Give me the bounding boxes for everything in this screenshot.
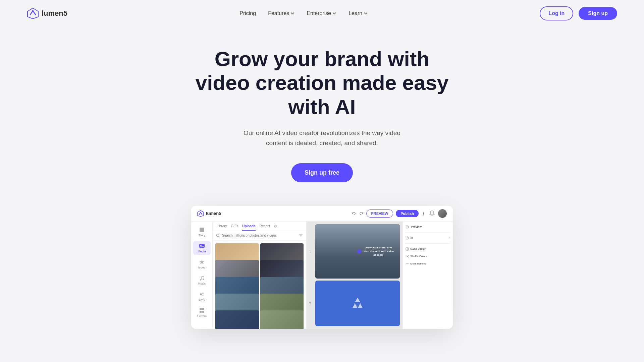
canvas-slide-1-text: Grow your brand and drive demand with vi… <box>362 246 395 257</box>
app-screenshot: lumen5 PREVIEW Publish <box>191 206 453 329</box>
svg-rect-16 <box>202 308 204 310</box>
app-sidebar: Story Media Icons <box>191 222 213 329</box>
more-options-icon[interactable] <box>421 211 426 216</box>
nav-links: Pricing Features Enterprise Learn <box>239 10 368 16</box>
svg-point-12 <box>200 293 202 295</box>
app-preview-button[interactable]: PREVIEW <box>366 209 393 218</box>
sidebar-item-format[interactable]: Format <box>193 305 211 319</box>
logo-icon <box>27 7 39 19</box>
svg-point-13 <box>202 293 204 294</box>
canvas-wrapper: 00:15 1 Grow your brand and drive demand… <box>307 222 402 329</box>
svg-rect-15 <box>200 308 202 310</box>
undo-icon[interactable] <box>352 211 356 216</box>
svg-point-5 <box>423 213 424 214</box>
media-panel: Library GIFs Uploads Recent ⚙ <box>213 222 307 329</box>
nav-actions: Log in Sign up <box>540 6 617 20</box>
clock-icon <box>406 236 409 240</box>
style-icon <box>199 291 205 297</box>
sidebar-format-label: Format <box>197 314 207 317</box>
nav-learn[interactable]: Learn <box>348 10 368 16</box>
sidebar-item-media[interactable]: Media <box>193 241 211 255</box>
nav-features[interactable]: Features <box>268 10 294 16</box>
media-search-bar <box>213 231 306 241</box>
slide-number-1: 1 <box>309 250 311 253</box>
right-panel: Preview 3s + <box>402 222 453 329</box>
media-item[interactable] <box>260 310 304 328</box>
svg-rect-8 <box>199 244 205 248</box>
hero-title: Grow your brand with video creation made… <box>195 47 449 119</box>
tab-gifs[interactable]: GIFs <box>231 224 238 231</box>
notification-icon[interactable] <box>429 210 435 217</box>
right-panel-shuffle-item[interactable]: Shuffle Colors <box>406 254 450 259</box>
media-search-input[interactable] <box>222 234 297 237</box>
logo-text: lumen5 <box>42 9 67 18</box>
sidebar-icons-label: Icons <box>198 266 206 269</box>
hero-subtitle: Our online AI video creator revolutioniz… <box>235 128 409 148</box>
media-tabs: Library GIFs Uploads Recent ⚙ <box>213 222 306 231</box>
tab-library[interactable]: Library <box>217 224 227 231</box>
svg-point-3 <box>200 212 201 212</box>
nav-pricing[interactable]: Pricing <box>239 10 256 16</box>
tab-recent[interactable]: Recent <box>260 224 270 231</box>
svg-point-11 <box>203 279 204 280</box>
svg-rect-17 <box>200 311 202 313</box>
app-body: Story Media Icons <box>191 222 453 329</box>
svg-marker-2 <box>198 210 204 217</box>
chevron-down-icon <box>290 11 294 15</box>
search-icon <box>216 234 220 238</box>
app-publish-button[interactable]: Publish <box>396 210 419 217</box>
canvas-dot <box>357 249 361 253</box>
canvas-slide-2[interactable] <box>315 281 400 326</box>
svg-point-6 <box>423 214 424 215</box>
filter-icon[interactable] <box>299 234 303 238</box>
tab-settings-icon[interactable]: ⚙ <box>274 224 277 231</box>
redo-icon[interactable] <box>359 211 364 216</box>
svg-point-10 <box>200 279 201 281</box>
sidebar-style-label: Style <box>198 298 205 301</box>
svg-point-19 <box>217 234 219 236</box>
right-panel-timer-section: 3s + <box>406 235 450 241</box>
signup-button[interactable]: Sign up <box>579 7 617 20</box>
sidebar-item-icons[interactable]: Icons <box>193 257 211 271</box>
canvas-slide-1[interactable]: Grow your brand and drive demand with vi… <box>315 224 400 279</box>
right-panel-more-item[interactable]: More options <box>406 261 450 266</box>
slide-row-1: 1 Grow your brand and drive demand with … <box>315 224 400 279</box>
media-item[interactable] <box>215 310 259 328</box>
slide-number-2: 2 <box>309 302 311 305</box>
right-panel-preview-section: Preview <box>406 224 450 230</box>
right-panel-preview-item[interactable]: Preview <box>406 224 450 230</box>
sidebar-item-music[interactable]: Music <box>193 273 211 287</box>
chevron-down-icon <box>332 11 336 15</box>
app-user-avatar[interactable] <box>438 209 447 218</box>
logo-link[interactable]: lumen5 <box>27 7 67 19</box>
sidebar-item-story[interactable]: Story <box>193 225 211 239</box>
sidebar-story-label: Story <box>198 234 205 237</box>
hero-section: Grow your brand with video creation made… <box>0 27 644 329</box>
right-panel-swap-item[interactable]: Swap Design <box>406 246 450 252</box>
slide-row-2: 2 <box>315 281 400 326</box>
svg-point-4 <box>423 212 424 212</box>
right-panel-divider-2 <box>406 243 450 244</box>
recycle-icon <box>349 295 366 312</box>
svg-point-34 <box>407 263 408 264</box>
nav-enterprise[interactable]: Enterprise <box>307 10 336 16</box>
tab-uploads[interactable]: Uploads <box>242 224 255 231</box>
preview-icon <box>406 225 409 229</box>
svg-marker-26 <box>407 226 408 228</box>
sidebar-item-style[interactable]: Style <box>193 289 211 303</box>
sidebar-media-label: Media <box>198 250 206 253</box>
navbar: lumen5 Pricing Features Enterprise <box>0 0 644 27</box>
icons-icon <box>199 259 205 265</box>
music-icon <box>199 275 205 281</box>
right-panel-divider-1 <box>406 232 450 233</box>
svg-line-20 <box>219 236 220 237</box>
app-logo-text: lumen5 <box>206 211 221 216</box>
svg-point-14 <box>202 295 204 296</box>
svg-marker-0 <box>28 8 38 19</box>
svg-point-33 <box>406 263 407 264</box>
dots-horizontal-icon <box>406 262 409 265</box>
shuffle-icon <box>406 255 409 258</box>
sidebar-music-label: Music <box>198 282 206 285</box>
login-button[interactable]: Log in <box>540 6 573 20</box>
hero-cta-button[interactable]: Sign up free <box>291 163 353 182</box>
